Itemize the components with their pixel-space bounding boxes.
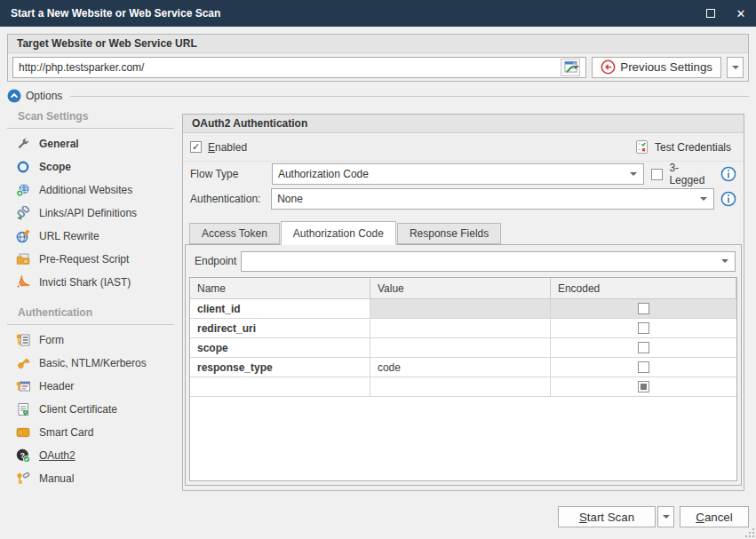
table-header-row: Name Value Encoded bbox=[190, 278, 736, 299]
sidebar-item-url-rewrite[interactable]: URL Rewrite bbox=[7, 225, 178, 248]
encoded-checkbox[interactable] bbox=[638, 322, 649, 334]
test-credentials-label: Test Credentials bbox=[655, 141, 731, 154]
sidebar-item-label: Pre-Request Script bbox=[39, 253, 129, 266]
param-value-cell[interactable]: code bbox=[370, 358, 551, 377]
chevron-down-icon[interactable] bbox=[572, 66, 579, 69]
key-link-icon bbox=[16, 472, 30, 486]
close-icon: ✕ bbox=[736, 8, 746, 20]
options-label[interactable]: Options bbox=[26, 90, 62, 102]
chevron-down-icon bbox=[700, 197, 707, 201]
authorization-code-tab-page: Endpoint Name Value Encoded client_id bbox=[185, 244, 742, 486]
dialog-title: Start a New Website or Web Service Scan bbox=[0, 7, 696, 20]
previous-settings-button[interactable]: Previous Settings bbox=[592, 57, 721, 78]
encoded-checkbox[interactable] bbox=[638, 342, 649, 353]
previous-settings-label: Previous Settings bbox=[620, 60, 712, 74]
sidebar-item-smart-card[interactable]: Smart Card bbox=[7, 421, 178, 444]
chevron-down-icon bbox=[663, 515, 670, 519]
table-row[interactable]: client_id bbox=[190, 299, 736, 319]
script-folder-icon: JS bbox=[16, 252, 30, 266]
sidebar-item-label: Smart Card bbox=[39, 426, 93, 439]
previous-settings-dropdown-button[interactable] bbox=[727, 57, 744, 78]
sidebar-item-scope[interactable]: Scope bbox=[7, 155, 178, 178]
column-header-value[interactable]: Value bbox=[370, 278, 551, 298]
encoded-checkbox[interactable] bbox=[638, 303, 649, 314]
sidebar-item-label: Invicti Shark (IAST) bbox=[39, 276, 131, 289]
sidebar-item-invicti-shark[interactable]: Invicti Shark (IAST) bbox=[7, 271, 178, 294]
previous-settings-icon bbox=[601, 59, 616, 75]
encoded-checkbox[interactable] bbox=[638, 361, 649, 373]
globe-pencil-icon bbox=[16, 229, 30, 243]
settings-sidebar: Scan Settings General Scope Additional W… bbox=[7, 107, 178, 530]
target-url-input[interactable] bbox=[19, 61, 555, 74]
sidebar-item-label: Links/API Definitions bbox=[39, 207, 137, 219]
param-name-cell[interactable]: client_id bbox=[190, 299, 370, 318]
enabled-checkbox[interactable] bbox=[190, 141, 202, 153]
chevron-down-icon bbox=[630, 172, 637, 176]
authentication-label: Authentication: bbox=[190, 193, 271, 205]
column-header-name[interactable]: Name bbox=[190, 278, 370, 298]
sidebar-item-links-api-definitions[interactable]: Links/API Definitions bbox=[7, 202, 178, 225]
sidebar-item-oauth2[interactable]: ? OAuth2 bbox=[7, 444, 178, 467]
table-row-new[interactable] bbox=[190, 377, 736, 397]
chevron-down-icon bbox=[721, 259, 728, 263]
endpoint-dropdown[interactable] bbox=[241, 251, 736, 272]
authentication-dropdown[interactable]: None bbox=[271, 188, 714, 210]
sidebar-item-label: Manual bbox=[39, 472, 74, 485]
key-form-icon bbox=[16, 333, 30, 347]
tab-access-token[interactable]: Access Token bbox=[189, 223, 280, 244]
start-scan-button[interactable]: Start Scan bbox=[558, 506, 656, 527]
footer-buttons: Start Scan Cancel bbox=[558, 506, 749, 527]
target-url-combobox[interactable] bbox=[12, 57, 586, 78]
tab-authorization-code[interactable]: Authorization Code bbox=[281, 221, 396, 245]
tab-response-fields[interactable]: Response Fields bbox=[397, 223, 501, 244]
wrench-icon bbox=[16, 137, 30, 151]
sidebar-item-label: Client Certificate bbox=[39, 403, 117, 416]
param-value-cell[interactable] bbox=[370, 338, 551, 357]
sidebar-item-form[interactable]: Form bbox=[7, 329, 178, 352]
encoded-checkbox[interactable] bbox=[638, 381, 649, 392]
flow-type-dropdown[interactable]: Authorization Code bbox=[272, 163, 644, 185]
sidebar-item-pre-request-script[interactable]: JS Pre-Request Script bbox=[7, 248, 178, 271]
title-bar: Start a New Website or Web Service Scan … bbox=[0, 0, 756, 27]
param-name-cell[interactable]: scope bbox=[190, 338, 370, 357]
column-header-encoded[interactable]: Encoded bbox=[551, 278, 736, 298]
target-url-group-header: Target Website or Web Service URL bbox=[8, 35, 748, 53]
sidebar-item-manual[interactable]: Manual bbox=[7, 467, 178, 490]
smart-card-icon bbox=[16, 425, 30, 440]
flow-type-value: Authorization Code bbox=[278, 168, 638, 180]
param-name-cell[interactable]: redirect_uri bbox=[190, 319, 370, 337]
sidebar-item-label: Form bbox=[39, 334, 64, 346]
sidebar-item-general[interactable]: General bbox=[7, 132, 178, 155]
param-value-cell[interactable] bbox=[370, 319, 551, 337]
info-icon[interactable] bbox=[720, 166, 736, 182]
sidebar-item-basic-ntlm-kerberos[interactable]: Basic, NTLM/Kerberos bbox=[7, 352, 178, 375]
sidebar-item-additional-websites[interactable]: Additional Websites bbox=[7, 178, 178, 202]
target-url-group: Target Website or Web Service URL bbox=[7, 34, 749, 82]
resize-grip[interactable] bbox=[745, 528, 754, 537]
test-credentials-icon bbox=[634, 139, 649, 155]
three-legged-checkbox[interactable] bbox=[651, 169, 663, 180]
table-row[interactable]: redirect_uri bbox=[190, 319, 736, 338]
maximize-button[interactable] bbox=[696, 0, 726, 27]
key-icon bbox=[16, 356, 30, 370]
test-credentials-button[interactable]: Test Credentials bbox=[629, 139, 736, 155]
parameters-table: Name Value Encoded client_id redirect_ur… bbox=[189, 277, 737, 481]
options-toggle-row: Options bbox=[7, 88, 749, 104]
start-scan-dropdown-button[interactable] bbox=[657, 506, 674, 527]
sidebar-item-header[interactable]: Header bbox=[7, 375, 178, 398]
oauth2-tabs: Access Token Authorization Code Response… bbox=[183, 220, 744, 244]
close-button[interactable]: ✕ bbox=[726, 0, 756, 27]
sidebar-item-label: Basic, NTLM/Kerberos bbox=[39, 357, 147, 369]
cancel-button[interactable]: Cancel bbox=[680, 506, 749, 527]
param-value-cell[interactable] bbox=[370, 377, 551, 396]
param-value-cell bbox=[370, 299, 551, 318]
section-divider bbox=[7, 324, 174, 325]
authentication-row: Authentication: None bbox=[183, 186, 744, 211]
table-row[interactable]: scope bbox=[190, 338, 736, 358]
param-name-cell[interactable]: response_type bbox=[190, 358, 370, 377]
param-name-cell[interactable] bbox=[190, 377, 370, 396]
sidebar-item-client-certificate[interactable]: Client Certificate bbox=[7, 398, 178, 421]
info-icon[interactable] bbox=[720, 191, 736, 207]
collapse-options-icon[interactable] bbox=[7, 89, 21, 103]
table-row[interactable]: response_type code bbox=[190, 358, 736, 377]
